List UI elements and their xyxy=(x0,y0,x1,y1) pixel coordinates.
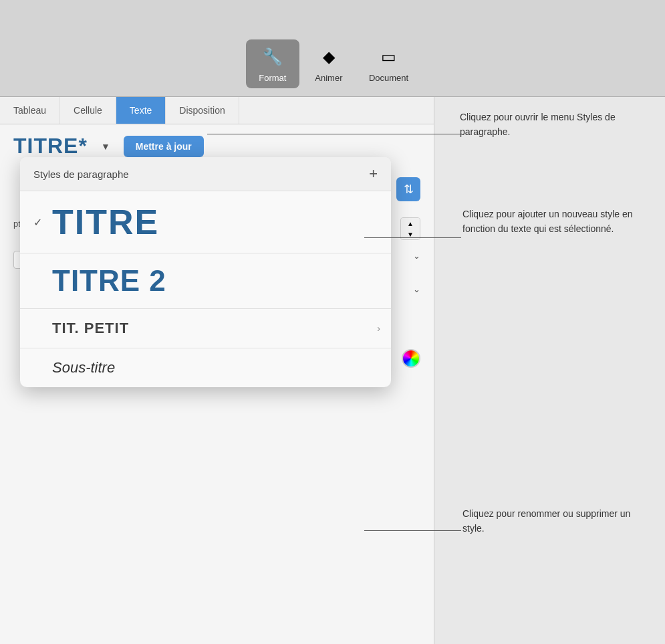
document-label: Document xyxy=(369,73,408,83)
tab-texte[interactable]: Texte xyxy=(116,97,166,124)
style-item-titpetit[interactable]: TIT. PETIT › xyxy=(20,309,391,348)
style-soustitre-label: Sous-titre xyxy=(52,359,115,377)
document-icon: ▭ xyxy=(377,45,401,69)
style-dropdown-arrow[interactable]: ▼ xyxy=(101,141,110,152)
animate-label: Animer xyxy=(315,73,342,83)
color-wheel-button[interactable] xyxy=(402,349,420,368)
format-button[interactable]: 🔧 Format xyxy=(246,39,299,88)
dropdown-arrow: ⌄ xyxy=(413,251,420,261)
styles-dropdown-title: Styles de paragraphe xyxy=(33,169,129,180)
annotation-line-2 xyxy=(364,237,461,238)
animate-icon: ◆ xyxy=(317,45,341,69)
document-button[interactable]: ▭ Document xyxy=(358,39,419,88)
annotation-text-2: Cliquez pour ajouter un nouveau style en… xyxy=(462,207,653,236)
annotation-line-3 xyxy=(364,530,461,531)
tab-cellule[interactable]: Cellule xyxy=(60,97,116,124)
style-item-titre[interactable]: ✓ TITRE xyxy=(20,191,391,253)
styles-dropdown-panel: Styles de paragraphe + ✓ TITRE TITRE 2 T… xyxy=(20,157,391,387)
tab-disposition[interactable]: Disposition xyxy=(166,97,239,124)
annotation-line-1 xyxy=(207,134,461,134)
style-titre-label: TITRE xyxy=(52,202,159,242)
add-style-button[interactable]: + xyxy=(369,167,378,181)
spinner-control[interactable]: ⇅ xyxy=(396,177,420,201)
animate-button[interactable]: ◆ Animer xyxy=(302,39,356,88)
annotation-text-1: Cliquez pour ouvrir le menu Styles de pa… xyxy=(460,110,654,139)
color-dropdown: ⌄ xyxy=(413,284,420,294)
tab-tableau[interactable]: Tableau xyxy=(0,97,60,124)
style-item-titre2[interactable]: TITRE 2 xyxy=(20,253,391,309)
current-style-name[interactable]: TITRE* xyxy=(13,134,88,158)
stepper-control[interactable]: ▲ ▼ xyxy=(400,217,420,240)
tabs-bar: Tableau Cellule Texte Disposition xyxy=(0,97,434,124)
format-label: Format xyxy=(259,73,286,83)
format-icon: 🔧 xyxy=(261,45,285,69)
styles-dropdown-header: Styles de paragraphe + xyxy=(20,157,391,191)
checkmark-titre: ✓ xyxy=(33,216,44,229)
chevron-right-icon: › xyxy=(377,323,380,334)
update-style-button[interactable]: Mettre à jour xyxy=(124,136,204,157)
style-titpetit-label: TIT. PETIT xyxy=(52,320,129,337)
toolbar: 🔧 Format ◆ Animer ▭ Document xyxy=(0,0,665,97)
style-titre2-label: TITRE 2 xyxy=(52,264,166,298)
annotation-text-3: Cliquez pour renommer ou supprimer un st… xyxy=(462,507,653,536)
style-item-soustitre[interactable]: Sous-titre xyxy=(20,348,391,387)
stepper-up[interactable]: ▲ xyxy=(401,218,420,229)
